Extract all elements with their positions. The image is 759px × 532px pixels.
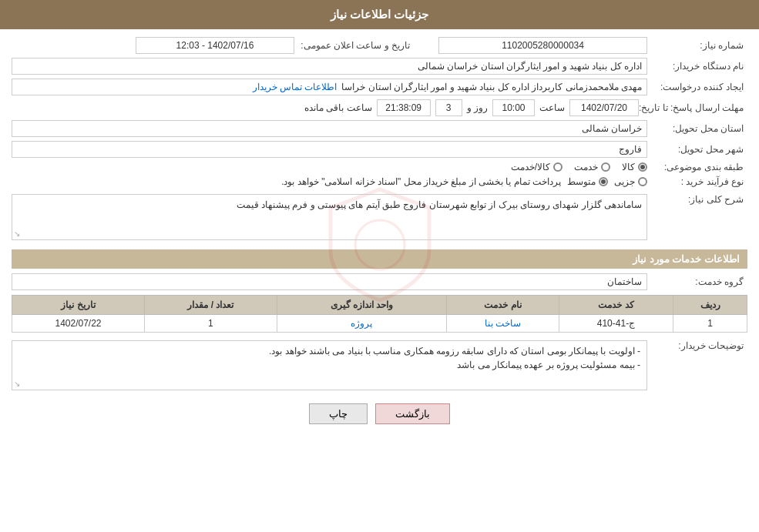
button-row: بازگشت چاپ: [12, 394, 747, 432]
مهلت-days: 3: [435, 99, 462, 116]
توضیحات-line-1: - اولویت با پیمانکار بومی استان که دارای…: [18, 346, 640, 356]
row-توضیحات: توضیحات خریدار: - اولویت با پیمانکار بوم…: [12, 337, 747, 390]
radio-dot-کالا: [638, 162, 647, 172]
radio-dot-جزیی: [638, 177, 647, 186]
row-مهلت: مهلت ارسال پاسخ: تا تاریخ: 1402/07/20 سا…: [12, 99, 747, 116]
نام-دستگاه-value: اداره کل بنیاد شهید و امور ایثارگران است…: [12, 58, 647, 75]
روز-و-label: روز و: [467, 102, 488, 113]
col-تاریخ: تاریخ نیاز: [12, 296, 145, 315]
مهلت-container: 1402/07/20 ساعت 10:00 روز و 3 21:38:09 س…: [12, 99, 639, 116]
مهلت-time: 10:00: [492, 99, 535, 116]
resize-handle-توضیحات: ↘: [14, 380, 20, 388]
شرح-value: ساماندهی گلزار شهدای روستای بیرک از تواب…: [12, 194, 647, 240]
main-content: شماره نیاز: 1102005280000034 تاریخ و ساع…: [0, 29, 759, 440]
تاریخ-value: 1402/07/16 - 12:03: [136, 37, 295, 54]
شماره-نیاز-value: 1102005280000034: [438, 37, 647, 54]
resize-handle-شرح: ↘: [14, 229, 20, 238]
ایجاد-کننده-container: مهدی ملامحمدزمانی کاربرداز اداره کل بنیا…: [12, 79, 647, 95]
row-شرح: شرح کلی نیاز: ساماندهی گلزار شهدای روستا…: [12, 191, 747, 243]
row-ایجاد-کننده: ایجاد کننده درخواست: مهدی ملامحمدزمانی ک…: [12, 79, 747, 95]
شهر-label: شهر محل تحویل:: [647, 144, 747, 155]
page-header: جزئیات اطلاعات نیاز: [0, 0, 759, 29]
radio-dot-متوسط: [599, 177, 608, 186]
مهلت-remaining: 21:38:09: [377, 99, 431, 116]
back-button[interactable]: بازگشت: [375, 403, 450, 424]
مهلت-date: 1402/07/20: [569, 99, 639, 116]
radio-dot-خدمت: [601, 162, 610, 172]
cell-نام-خدمت[interactable]: ساخت بنا: [447, 315, 559, 333]
col-تعداد: تعداد / مقدار: [145, 296, 277, 315]
توضیحات-value: - اولویت با پیمانکار بومی استان که دارای…: [12, 340, 647, 390]
row-شماره-نیاز: شماره نیاز: 1102005280000034 تاریخ و ساع…: [12, 37, 747, 54]
طبقه-label: طبقه بندی موضوعی:: [647, 162, 747, 172]
طبقه-options: کالا خدمت کالا/خدمت: [511, 162, 647, 172]
radio-متوسط[interactable]: متوسط: [567, 176, 608, 187]
استان-label: استان محل تحویل:: [647, 123, 747, 134]
cell-ردیف: 1: [673, 315, 747, 333]
شرح-label: شرح کلی نیاز:: [647, 191, 747, 205]
ایجاد-کننده-label: ایجاد کننده درخواست:: [647, 82, 747, 92]
شهر-value: فاروج: [12, 141, 647, 158]
cell-تعداد: 1: [145, 315, 277, 333]
radio-خدمت[interactable]: خدمت: [574, 162, 610, 172]
row-استان: استان محل تحویل: خراسان شمالی: [12, 120, 747, 137]
radio-جزیی[interactable]: جزیی: [614, 176, 647, 187]
col-ردیف: ردیف: [673, 296, 747, 315]
باقی-مانده-label: ساعت باقی مانده: [304, 102, 372, 113]
row-نام-دستگاه: نام دستگاه خریدار: اداره کل بنیاد شهید و…: [12, 58, 747, 75]
ایجاد-کننده-value: مهدی ملامحمدزمانی کاربرداز اداره کل بنیا…: [341, 82, 642, 92]
گروه-خدمت-label: گروه خدمت:: [647, 276, 747, 287]
ساعت-label: ساعت: [539, 102, 565, 113]
col-نام-خدمت: نام خدمت: [447, 296, 559, 315]
col-کد-خدمت: کد خدمت: [559, 296, 673, 315]
نام-دستگاه-label: نام دستگاه خریدار:: [647, 61, 747, 72]
شماره-نیاز-label: شماره نیاز:: [647, 40, 747, 51]
توضیحات-label: توضیحات خریدار:: [647, 337, 747, 351]
radio-کالا[interactable]: کالا: [622, 162, 647, 172]
نوع-فرآیند-label: نوع فرآیند خرید :: [647, 176, 747, 187]
cell-کد-خدمت: ج-41-410: [559, 315, 673, 333]
print-button[interactable]: چاپ: [309, 403, 368, 424]
radio-کالا-خدمت[interactable]: کالا/خدمت: [511, 162, 563, 172]
استان-value: خراسان شمالی: [12, 120, 647, 137]
اطلاعات-تماس-link[interactable]: اطلاعات تماس خریدار: [253, 82, 338, 92]
تاریخ-label: تاریخ و ساعت اعلان عمومی:: [294, 40, 414, 51]
row-طبقه: طبقه بندی موضوعی: کالا خدمت کالا/خدمت: [12, 162, 747, 172]
radio-dot-کالا-خدمت: [553, 162, 563, 172]
row-شهر: شهر محل تحویل: فاروج: [12, 141, 747, 158]
page-title: جزئیات اطلاعات نیاز: [331, 8, 428, 21]
cell-واحد[interactable]: پروژه: [277, 315, 446, 333]
توضیحات-line-2: - بیمه مسئولیت پروژه بر عهده پیمانکار می…: [18, 360, 640, 370]
مهلت-label: مهلت ارسال پاسخ: تا تاریخ:: [639, 102, 747, 113]
table-row: 1 ج-41-410 ساخت بنا پروژه 1 1402/07/22: [12, 315, 747, 333]
cell-تاریخ: 1402/07/22: [12, 315, 145, 333]
